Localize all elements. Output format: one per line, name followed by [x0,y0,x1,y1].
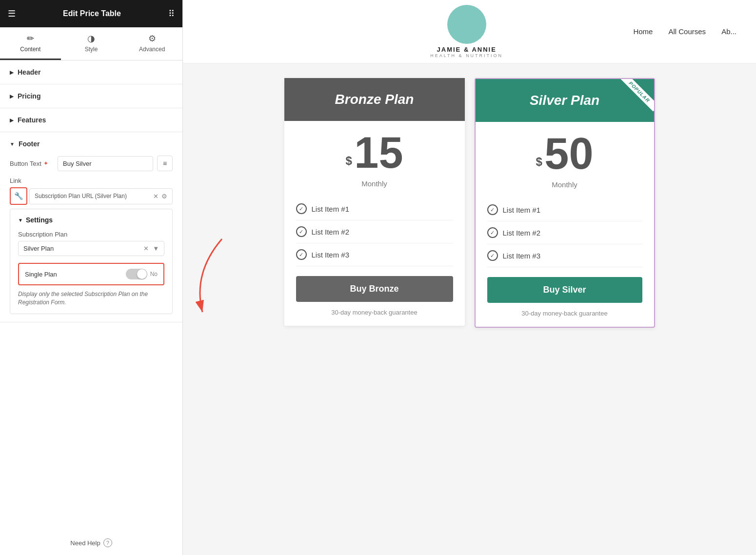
left-panel: ☰ Edit Price Table ⠿ ✏ Content ◑ Style ⚙… [0,0,183,555]
tab-content[interactable]: ✏ Content [0,27,61,60]
bronze-guarantee: 30-day money-back guarantee [296,309,453,316]
single-plan-row: Single Plan No [18,263,164,285]
nav-home[interactable]: Home [633,27,653,36]
list-item: ✓ List Item #1 [296,198,453,220]
grid-icon[interactable]: ⠿ [168,8,175,19]
popular-ribbon-text: POPULAR [620,79,654,111]
cards-area: Bronze Plan $ 15 Monthly ✓ List Item #1 … [183,63,756,555]
list-item: ✓ List Item #2 [296,220,453,243]
settings-header[interactable]: ▼ Settings [18,216,164,224]
button-text-input[interactable] [58,156,153,171]
check-icon: ✓ [296,203,307,214]
list-item: ✓ List Item #3 [296,243,453,266]
site-header: JAMIE & ANNIE HEALTH & NUTRITION Home Al… [183,0,756,63]
accordion-header-toggle[interactable]: ▶ Header [0,60,182,84]
single-plan-label: Single Plan [25,271,57,278]
need-help-section[interactable]: Need Help ? [0,531,182,555]
check-icon: ✓ [296,226,307,237]
toggle-state-label: No [150,271,158,278]
accordion-header: ▶ Header [0,60,182,84]
list-item: ✓ List Item #2 [487,221,642,244]
accordion-pricing: ▶ Pricing [0,84,182,108]
popular-ribbon: POPULAR [615,79,654,118]
tab-advanced[interactable]: ⚙ Advanced [121,27,182,60]
accordion-pricing-toggle[interactable]: ▶ Pricing [0,84,182,108]
bronze-price-amount: 15 [354,128,403,177]
chevron-down-icon: ▼ [10,141,15,147]
footer-content: Button Text ✦ ≡ Link 🔧 Subscription Plan… [0,156,182,322]
site-logo: JAMIE & ANNIE HEALTH & NUTRITION [430,5,503,58]
chevron-right-icon: ▶ [10,70,14,75]
toggle-thumb [137,269,147,279]
chevron-right-icon: ▶ [10,118,14,123]
bronze-card-header: Bronze Plan [284,78,465,121]
silver-guarantee: 30-day money-back guarantee [487,310,642,317]
site-nav: Home All Courses Ab... [633,27,736,36]
settings-section: ▼ Settings Subscription Plan Silver Plan… [10,209,173,314]
editor-title: Edit Price Table [63,9,121,18]
nav-all-courses[interactable]: All Courses [668,27,706,36]
silver-price-display: $ 50 [487,132,642,176]
bronze-dollar-sign: $ [346,154,352,167]
check-icon: ✓ [487,250,498,261]
nav-about[interactable]: Ab... [721,27,736,36]
top-bar: ☰ Edit Price Table ⠿ [0,0,182,27]
advanced-icon: ⚙ [148,33,156,44]
silver-card-header: Silver Plan POPULAR [476,79,654,122]
help-text: Display only the selected Subscription P… [18,290,164,307]
logo-brand: JAMIE & ANNIE [437,46,497,53]
check-icon: ✓ [487,204,498,215]
link-row: 🔧 Subscription Plan URL (Silver Plan) ✕ … [10,187,173,205]
silver-buy-button[interactable]: Buy Silver [487,277,642,303]
tab-bar: ✏ Content ◑ Style ⚙ Advanced [0,27,182,60]
sub-plan-select-controls: ✕ ▼ [143,245,159,252]
list-item: ✓ List Item #3 [487,244,642,267]
link-settings-icon[interactable]: ⚙ [161,193,167,200]
hamburger-icon[interactable]: ☰ [8,8,16,19]
silver-card: Silver Plan POPULAR $ 50 Monthly ✓ List … [475,78,655,328]
silver-price-amount: 50 [544,129,593,178]
silver-price-period: Monthly [487,180,642,189]
style-icon: ◑ [87,33,95,44]
silver-list-items: ✓ List Item #1 ✓ List Item #2 ✓ List Ite… [487,198,642,267]
sub-plan-clear-icon[interactable]: ✕ [143,245,149,252]
sub-plan-label: Subscription Plan [18,231,164,238]
bronze-list-items: ✓ List Item #1 ✓ List Item #2 ✓ List Ite… [296,198,453,266]
tab-style[interactable]: ◑ Style [61,27,122,60]
single-plan-toggle[interactable]: No [126,269,158,279]
sub-plan-select[interactable]: Silver Plan ✕ ▼ [18,241,164,256]
collapse-panel-handle[interactable]: ‹ [182,268,183,287]
check-icon: ✓ [296,249,307,260]
link-section: Link 🔧 Subscription Plan URL (Silver Pla… [10,177,173,205]
bronze-card-body: $ 15 Monthly ✓ List Item #1 ✓ List Item … [284,121,465,326]
link-field-actions: ✕ ⚙ [153,193,167,200]
link-field[interactable]: Subscription Plan URL (Silver Plan) ✕ ⚙ [29,188,173,204]
bronze-card: Bronze Plan $ 15 Monthly ✓ List Item #1 … [284,78,465,326]
accordion-footer: ▼ Footer Button Text ✦ ≡ Link 🔧 Subscrip… [0,132,182,322]
accordion-features-toggle[interactable]: ▶ Features [0,108,182,132]
dynamic-icon: ✦ [43,160,48,167]
link-label: Link [10,177,173,184]
chevron-right-icon: ▶ [10,94,14,99]
bronze-price-display: $ 15 [296,131,453,175]
help-circle-icon: ? [103,538,112,547]
silver-dollar-sign: $ [536,155,542,168]
toggle-track[interactable] [126,269,147,279]
link-clear-button[interactable]: ✕ [153,193,159,200]
accordion-features: ▶ Features [0,108,182,132]
button-text-row: Button Text ✦ ≡ [10,156,173,171]
list-item: ✓ List Item #1 [487,198,642,221]
logo-circle [447,5,486,44]
content-icon: ✏ [27,33,34,44]
link-edit-button[interactable]: 🔧 [10,187,27,205]
bronze-price-period: Monthly [296,179,453,188]
list-icon-btn[interactable]: ≡ [157,156,173,171]
settings-chevron-icon: ▼ [18,218,23,223]
button-text-label: Button Text ✦ [10,160,54,167]
check-icon: ✓ [487,227,498,238]
accordion-footer-toggle[interactable]: ▼ Footer [0,132,182,156]
logo-sub: HEALTH & NUTRITION [430,53,503,58]
sub-plan-dropdown-icon[interactable]: ▼ [153,245,159,252]
bronze-buy-button[interactable]: Buy Bronze [296,276,453,302]
right-panel: JAMIE & ANNIE HEALTH & NUTRITION Home Al… [183,0,756,555]
